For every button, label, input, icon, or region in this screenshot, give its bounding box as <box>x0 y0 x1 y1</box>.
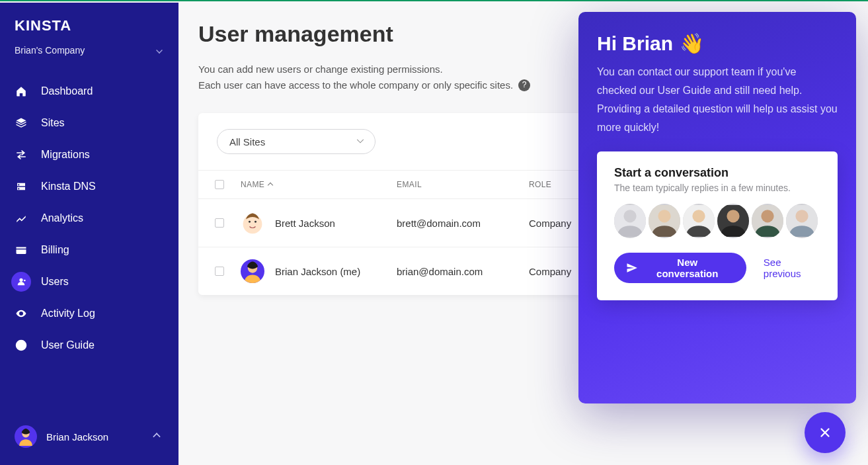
chevron-up-icon <box>153 433 160 440</box>
col-name[interactable]: NAME <box>241 180 264 189</box>
svg-point-10 <box>658 210 670 222</box>
guide-icon <box>15 339 28 352</box>
agent-avatar <box>786 204 818 238</box>
select-all-checkbox[interactable] <box>215 180 224 189</box>
users-icon <box>15 276 27 288</box>
chat-card-title: Start a conversation <box>614 166 820 180</box>
agent-avatar <box>614 204 646 238</box>
home-icon <box>15 85 28 98</box>
col-email[interactable]: EMAIL <box>397 180 529 189</box>
user-name: Brian Jackson (me) <box>275 266 360 277</box>
agent-avatars <box>614 204 820 238</box>
layers-icon <box>15 116 28 130</box>
sidebar-item-dashboard[interactable]: Dashboard <box>0 75 178 107</box>
sidebar-item-guide[interactable]: User Guide <box>0 329 178 361</box>
chat-greeting-text: Hi Brian <box>597 32 673 55</box>
nav-list: Dashboard Sites Migrations Kinsta DNS An… <box>0 67 178 361</box>
sidebar-user-footer[interactable]: Brian Jackson <box>0 413 178 465</box>
avatar <box>241 211 264 235</box>
sidebar-item-activity[interactable]: Activity Log <box>0 298 178 329</box>
sidebar-item-label: User Guide <box>41 339 95 351</box>
dropdown-value: All Sites <box>229 136 265 148</box>
close-chat-button[interactable] <box>805 412 846 453</box>
wave-icon: 👋 <box>680 32 704 55</box>
svg-point-4 <box>249 221 251 223</box>
sidebar-item-billing[interactable]: Billing <box>0 234 178 266</box>
svg-point-5 <box>255 221 256 223</box>
help-icon[interactable]: ? <box>518 79 530 91</box>
svg-point-14 <box>727 210 739 222</box>
brand-logo: KINSTA <box>15 17 178 34</box>
sidebar-item-dns[interactable]: Kinsta DNS <box>0 171 178 202</box>
sidebar-item-label: Dashboard <box>41 85 93 97</box>
chat-body-text: You can contact our support team if you'… <box>597 63 838 137</box>
company-selector[interactable]: Brian's Company <box>0 41 178 67</box>
svg-point-8 <box>623 210 636 222</box>
sidebar-item-sites[interactable]: Sites <box>0 107 178 139</box>
footer-user-name: Brian Jackson <box>46 431 144 443</box>
button-label: New conversation <box>646 257 729 279</box>
eye-icon <box>15 307 28 320</box>
company-name: Brian's Company <box>15 45 85 56</box>
sidebar-item-label: Kinsta DNS <box>41 181 96 192</box>
sidebar-item-label: Billing <box>41 244 69 256</box>
avatar <box>241 259 264 283</box>
avatar <box>15 425 37 448</box>
send-icon <box>626 262 638 274</box>
chat-reply-time: The team typically replies in a few minu… <box>614 183 820 193</box>
user-email: brian@domain.com <box>397 266 529 277</box>
page-subtitle-2: Each user can have access to the whole c… <box>198 77 513 93</box>
dns-icon <box>15 180 28 193</box>
agent-avatar <box>683 204 715 238</box>
sidebar-item-label: Activity Log <box>41 308 95 319</box>
close-icon <box>818 425 832 440</box>
svg-point-18 <box>795 210 808 222</box>
new-conversation-button[interactable]: New conversation <box>614 253 746 283</box>
svg-point-16 <box>761 210 773 222</box>
user-name: Brett Jackson <box>275 218 335 229</box>
chevron-down-icon <box>156 47 163 54</box>
chat-card: Start a conversation The team typically … <box>597 151 838 300</box>
row-checkbox[interactable] <box>215 218 224 228</box>
sort-asc-icon <box>268 183 273 188</box>
agent-avatar <box>752 204 783 238</box>
sidebar-item-migrations[interactable]: Migrations <box>0 139 178 171</box>
chevron-down-icon <box>357 136 364 143</box>
sidebar-item-analytics[interactable]: Analytics <box>0 202 178 234</box>
migration-icon <box>15 148 28 161</box>
sidebar-item-label: Analytics <box>41 212 83 224</box>
sidebar-item-label: Migrations <box>41 149 90 161</box>
sidebar: KINSTA Brian's Company Dashboard Sites M… <box>0 3 178 465</box>
agent-avatar <box>649 204 680 238</box>
row-checkbox[interactable] <box>215 267 224 276</box>
agent-avatar <box>717 204 749 238</box>
user-email: brett@domain.com <box>397 218 529 229</box>
analytics-icon <box>15 212 28 225</box>
see-previous-link[interactable]: See previous <box>764 257 820 279</box>
site-filter-dropdown[interactable]: All Sites <box>217 129 375 154</box>
sidebar-item-label: Users <box>41 276 69 288</box>
support-chat-panel: Hi Brian 👋 You can contact our support t… <box>578 12 856 403</box>
billing-icon <box>15 243 28 257</box>
svg-point-12 <box>692 210 705 222</box>
sidebar-item-label: Sites <box>41 117 65 129</box>
sidebar-item-users[interactable]: Users <box>0 266 178 298</box>
